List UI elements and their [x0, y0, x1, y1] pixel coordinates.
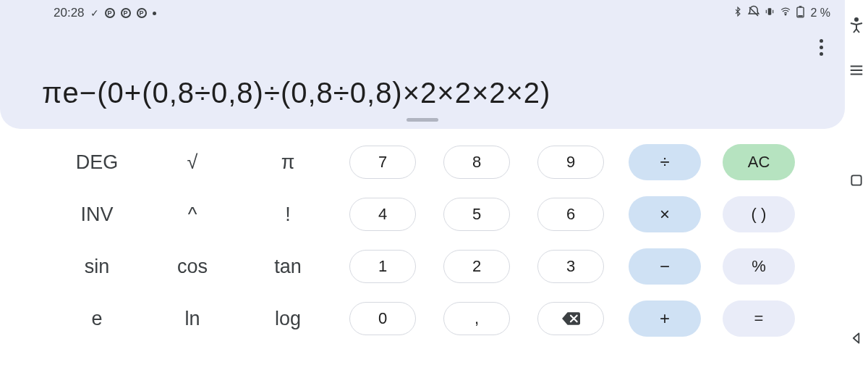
fn-inv-button[interactable]: INV: [49, 203, 145, 226]
svg-point-5: [855, 18, 858, 21]
svg-rect-6: [851, 175, 861, 185]
calculator-display: πe−(0+(0,8÷0,8)÷(0,8÷0,8)×2×2×2×2): [0, 26, 845, 129]
fn-log-button[interactable]: log: [240, 308, 336, 330]
accessibility-icon[interactable]: [847, 16, 866, 35]
clock: 20:28: [54, 6, 85, 20]
pinterest-icon: P: [121, 8, 131, 18]
expression-text[interactable]: πe−(0+(0,8÷0,8)÷(0,8÷0,8)×2×2×2×2): [0, 26, 845, 131]
fn-power-button[interactable]: ^: [145, 203, 240, 226]
digit-5-button[interactable]: 5: [443, 198, 510, 231]
check-icon: ✓: [90, 7, 99, 19]
subtract-button[interactable]: −: [629, 248, 701, 285]
divide-button[interactable]: ÷: [629, 144, 701, 180]
pinterest-icon: P: [105, 8, 115, 18]
digit-7-button[interactable]: 7: [349, 146, 416, 179]
svg-rect-3: [799, 6, 802, 7]
decimal-button[interactable]: ,: [443, 302, 510, 335]
fn-factorial-button[interactable]: !: [240, 203, 336, 226]
more-notif-dot-icon: [153, 12, 156, 15]
ac-button[interactable]: AC: [723, 144, 795, 180]
menu-icon[interactable]: [847, 61, 866, 80]
fn-sin-button[interactable]: sin: [49, 256, 145, 278]
digit-6-button[interactable]: 6: [537, 198, 604, 231]
digit-9-button[interactable]: 9: [537, 146, 604, 179]
battery-icon: [796, 6, 804, 21]
add-button[interactable]: +: [629, 300, 701, 337]
svg-rect-0: [768, 8, 772, 14]
fn-e-button[interactable]: e: [49, 308, 145, 330]
bluetooth-icon: [733, 5, 743, 21]
digit-1-button[interactable]: 1: [349, 250, 416, 283]
mute-icon: [747, 5, 760, 21]
fn-sqrt-button[interactable]: √: [145, 151, 240, 174]
percent-button[interactable]: %: [723, 248, 795, 285]
svg-rect-4: [799, 15, 803, 17]
system-nav-bar: [845, 0, 868, 391]
digit-3-button[interactable]: 3: [537, 250, 604, 283]
digit-4-button[interactable]: 4: [349, 198, 416, 231]
fn-deg-button[interactable]: DEG: [49, 151, 145, 174]
statusbar: 20:28 ✓ P P P: [0, 0, 845, 26]
battery-percent: 2 %: [810, 7, 830, 20]
fn-cos-button[interactable]: cos: [145, 256, 240, 278]
multiply-button[interactable]: ×: [629, 196, 701, 232]
pinterest-icon: P: [137, 8, 147, 18]
digit-8-button[interactable]: 8: [443, 146, 510, 179]
back-nav-icon[interactable]: [847, 329, 866, 348]
fn-tan-button[interactable]: tan: [240, 256, 336, 278]
equals-button[interactable]: =: [723, 300, 795, 337]
fn-pi-button[interactable]: π: [240, 151, 336, 174]
fn-ln-button[interactable]: ln: [145, 308, 240, 330]
digit-0-button[interactable]: 0: [349, 302, 416, 335]
vibrate-icon: [765, 6, 775, 20]
drag-handle[interactable]: [407, 118, 438, 122]
square-nav-icon[interactable]: [847, 171, 866, 190]
wifi-icon: [779, 7, 792, 20]
digit-2-button[interactable]: 2: [443, 250, 510, 283]
svg-point-1: [786, 14, 787, 15]
keypad: DEG √ π 7 8 9 ÷ AC INV ^ ! 4 5 6 × ( ): [0, 129, 845, 391]
parentheses-button[interactable]: ( ): [723, 196, 795, 232]
backspace-button[interactable]: [537, 302, 604, 335]
overflow-menu-button[interactable]: [820, 39, 823, 56]
